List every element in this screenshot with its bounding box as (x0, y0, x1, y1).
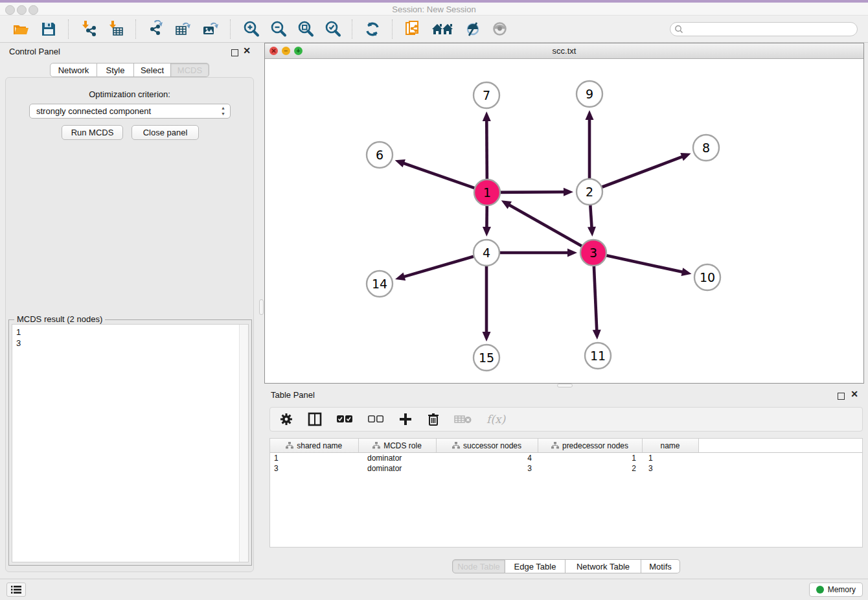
import-table-icon[interactable] (107, 20, 125, 38)
node-label: 7 (483, 88, 490, 102)
search-box (670, 22, 858, 36)
main-toolbar (0, 16, 868, 43)
table-cell: 3 (642, 463, 698, 474)
mcds-result-area[interactable]: 13 (12, 324, 249, 562)
dropdown-arrows-icon: ▲▼ (221, 105, 225, 117)
edge-arrowhead (395, 159, 405, 167)
tab-style[interactable]: Style (97, 63, 134, 77)
close-panel-icon[interactable]: ✕ (243, 45, 251, 56)
deselect-all-icon[interactable] (367, 415, 384, 424)
table-close-icon[interactable]: ✕ (851, 389, 858, 399)
table-row[interactable]: 3dominator323 (270, 463, 862, 474)
optimization-criterion-dropdown[interactable]: strongly connected component ▲▼ (29, 104, 231, 119)
node-table-body: 1dominator4113dominator323 (270, 453, 862, 474)
table-cell: 2 (538, 463, 642, 474)
table-settings-gear-icon[interactable] (279, 412, 293, 426)
tab-select[interactable]: Select (134, 63, 171, 77)
column-header-predecessor-nodes[interactable]: predecessor nodes (538, 439, 642, 453)
graph-edge-1-6[interactable] (403, 163, 477, 189)
save-session-icon[interactable] (40, 20, 58, 38)
table-float-icon[interactable] (838, 393, 845, 400)
node-table[interactable]: shared name MCDS role successor nodes pr… (269, 438, 863, 548)
list-icon (11, 585, 21, 594)
table-tabs: Node Table Edge Table Network Table Moti… (264, 559, 868, 573)
close-panel-button[interactable]: Close panel (131, 125, 199, 140)
tab-node-table[interactable]: Node Table (452, 559, 505, 573)
run-mcds-button[interactable]: Run MCDS (62, 125, 123, 140)
toolbar-separator (352, 19, 353, 39)
tab-network-table[interactable]: Network Table (565, 559, 641, 573)
result-line: 1 (16, 327, 21, 338)
table-cell: 4 (436, 453, 538, 464)
zoom-selected-icon[interactable] (323, 20, 341, 38)
network-canvas-svg[interactable]: 7968124314101511 (265, 58, 863, 383)
search-input[interactable] (670, 22, 858, 36)
memory-button[interactable]: Memory (809, 583, 863, 597)
tab-motifs[interactable]: Motifs (641, 559, 680, 573)
app-titlebar: Session: New Session (0, 3, 868, 16)
export-image-icon[interactable] (201, 20, 220, 38)
duplicate-network-icon[interactable] (404, 20, 422, 38)
split-panel-icon[interactable] (308, 412, 322, 426)
function-builder-disabled-icon: f(x) (486, 413, 505, 426)
refresh-icon[interactable] (363, 20, 382, 38)
delete-column-icon[interactable] (427, 412, 440, 426)
export-network-icon[interactable] (147, 20, 165, 38)
graph-edge-3-11[interactable] (594, 264, 597, 331)
network-window-title: scc.txt (265, 46, 863, 56)
toolbar-separator (230, 19, 231, 39)
edge-arrowhead (483, 111, 491, 121)
zoom-fit-icon[interactable] (296, 20, 314, 38)
dropdown-value: strongly connected component (36, 106, 151, 116)
result-line: 3 (16, 338, 21, 349)
table-panel-title: Table Panel (271, 390, 315, 400)
graph-edge-4-14[interactable] (403, 256, 475, 277)
graph-edge-3-1[interactable] (508, 205, 584, 248)
edge-arrowhead (588, 227, 596, 237)
optimization-criterion-label: Optimization criterion: (6, 89, 253, 99)
open-session-icon[interactable] (12, 20, 30, 38)
network-window-titlebar[interactable]: ✕ − + scc.txt (265, 43, 863, 59)
float-panel-icon[interactable] (231, 49, 238, 56)
column-header-shared-name[interactable]: shared name (270, 439, 358, 453)
result-scrollbar[interactable] (239, 325, 248, 562)
toolbar-separator (135, 19, 137, 39)
vertical-splitter-handle[interactable] (259, 299, 264, 315)
graph-edge-2-3[interactable] (590, 203, 591, 228)
search-icon (674, 25, 683, 36)
column-header-filler (698, 439, 862, 453)
tab-network[interactable]: Network (50, 63, 97, 77)
hide-graphics-details-icon[interactable] (463, 20, 481, 38)
edge-arrowhead (593, 330, 601, 340)
node-label: 11 (590, 349, 606, 363)
edge-arrowhead (681, 268, 692, 276)
tab-mcds[interactable]: MCDS (171, 63, 209, 77)
tab-edge-table[interactable]: Edge Table (505, 559, 565, 573)
graph-edge-2-8[interactable] (600, 156, 683, 188)
edge-arrowhead (483, 227, 491, 237)
memory-status-dot-icon (816, 586, 824, 594)
edge-arrowhead (567, 249, 577, 257)
edge-arrowhead (564, 188, 573, 196)
graph-edge-1-7[interactable] (486, 120, 487, 181)
graph-edge-3-10[interactable] (604, 255, 683, 272)
node-label: 8 (702, 141, 710, 155)
import-network-icon[interactable] (80, 20, 98, 38)
table-cell-filler (698, 453, 862, 464)
add-column-icon[interactable] (398, 412, 413, 426)
show-all-networks-icon[interactable] (431, 20, 454, 38)
zoom-out-icon[interactable] (269, 20, 287, 38)
column-header-name[interactable]: name (642, 439, 698, 453)
mcds-result-groupbox: MCDS result (2 nodes) 13 (8, 319, 252, 566)
graph-edge-1-2[interactable] (498, 192, 565, 192)
task-history-button[interactable] (6, 583, 26, 597)
export-table-icon[interactable] (174, 20, 192, 38)
select-all-icon[interactable] (336, 415, 353, 424)
table-cell: 1 (270, 453, 358, 464)
column-header-mcds-role[interactable]: MCDS role (358, 439, 436, 453)
table-row[interactable]: 1dominator411 (270, 453, 862, 464)
zoom-in-icon[interactable] (242, 20, 260, 38)
table-cell: 3 (436, 463, 538, 474)
column-header-successor-nodes[interactable]: successor nodes (436, 439, 538, 453)
show-graphics-details-icon[interactable] (490, 20, 508, 38)
